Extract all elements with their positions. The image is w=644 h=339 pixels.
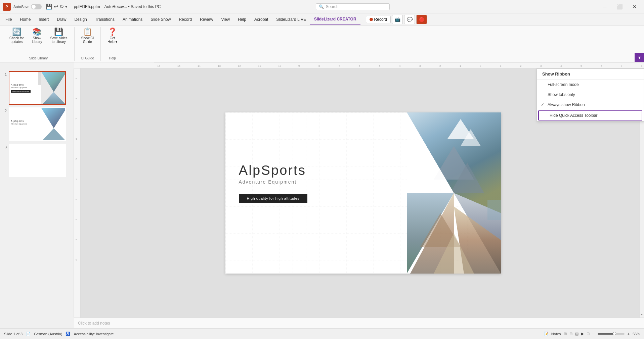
dropdown-always-show[interactable]: Always show Ribbon (537, 100, 644, 110)
get-help-button[interactable]: ❓ GetHelp ▾ (105, 27, 120, 45)
menu-view[interactable]: View (217, 13, 234, 25)
zoom-level: 56% (633, 332, 640, 336)
show-ci-guide-button[interactable]: 📋 Show CIGuide (79, 27, 97, 45)
dropdown-fullscreen[interactable]: Full-screen mode (537, 80, 644, 90)
menu-insert[interactable]: Insert (35, 13, 53, 25)
svg-text:3: 3 (540, 64, 542, 67)
svg-text:2: 2 (75, 219, 78, 220)
ci-guide-icon: 📋 (83, 28, 92, 36)
view-slide-sorter-btn[interactable]: ⊟ (569, 332, 572, 336)
svg-text:4: 4 (560, 64, 562, 67)
dropdown-tabs-only[interactable]: Show tabs only (537, 90, 644, 100)
svg-text:5: 5 (75, 158, 78, 160)
menu-review[interactable]: Review (196, 13, 217, 25)
save-slides-button[interactable]: 💾 Save slidesto Library (47, 27, 70, 45)
customize-btn[interactable]: ▾ (65, 4, 67, 9)
menu-design[interactable]: Design (70, 13, 91, 25)
menu-home[interactable]: Home (16, 13, 35, 25)
redo-button[interactable]: ↻ (59, 3, 64, 10)
ci-guide-label: Show CIGuide (81, 36, 94, 44)
status-left: Slide 1 of 3 📄 German (Austria) ♿ Access… (4, 332, 114, 336)
minimize-button[interactable]: ─ (598, 2, 612, 11)
menu-slideshow[interactable]: Slide Show (146, 13, 175, 25)
svg-text:3: 3 (419, 64, 421, 67)
ribbon-dropdown: Show Ribbon Full-screen mode Show tabs o… (536, 68, 644, 122)
zoom-slider[interactable] (598, 333, 625, 335)
slide-thumb-1[interactable]: AlpSports Adventure Equipment High quali… (9, 71, 66, 105)
svg-text:12: 12 (238, 64, 241, 67)
search-placeholder: Search (326, 4, 339, 9)
accessibility-icon: ♿ (66, 332, 70, 336)
ribbon-group-help: ❓ GetHelp ▾ Help (101, 27, 124, 61)
svg-marker-64 (487, 200, 501, 220)
menu-record[interactable]: Record (175, 13, 196, 25)
svg-text:0: 0 (75, 259, 78, 260)
svg-text:0: 0 (480, 64, 481, 67)
help-label: GetHelp ▾ (108, 36, 117, 44)
undo-button[interactable]: ↩ (54, 3, 58, 10)
svg-text:4: 4 (399, 64, 401, 67)
menu-transitions[interactable]: Transitions (91, 13, 119, 25)
svg-text:13: 13 (218, 64, 221, 67)
fit-slide-btn[interactable]: ⊡ (587, 332, 590, 336)
slide-canvas[interactable]: AlpSports Adventure Equipment High quali… (225, 112, 501, 274)
svg-text:9: 9 (75, 78, 78, 79)
save-icon[interactable]: 💾 (46, 3, 52, 10)
zoom-out-btn[interactable]: − (592, 331, 595, 337)
menu-draw[interactable]: Draw (53, 13, 70, 25)
presenter-icon-btn[interactable]: 📺 (392, 15, 403, 24)
view-slideshow-btn[interactable]: ▶ (581, 332, 584, 336)
svg-text:1: 1 (460, 64, 461, 67)
slide-tagline[interactable]: High quality for high altitudes (239, 194, 308, 203)
autosave-toggle[interactable] (31, 4, 42, 9)
show-library-label: ShowLibrary (32, 36, 42, 44)
slide-thumb-3[interactable] (9, 144, 66, 177)
menu-slidelizard-creator[interactable]: SlideLizard CREATOR (310, 13, 360, 25)
notes-area[interactable]: Click to add notes (74, 318, 644, 328)
menu-slidelizard-live[interactable]: SlideLizard LIVE (272, 13, 310, 25)
ribbon: 🔄 Check forupdates 📚 ShowLibrary 💾 Save … (0, 26, 644, 62)
ribbon-collapse-button[interactable]: ▾ (635, 53, 644, 62)
slide-text-area: AlpSports Adventure Equipment High quali… (239, 163, 308, 203)
ribbon-group-slide-library: 🔄 Check forupdates 📚 ShowLibrary 💾 Save … (3, 27, 75, 61)
notes-label[interactable]: Notes (551, 332, 561, 336)
search-box[interactable]: 🔍 Search (316, 3, 390, 10)
slide-item-2[interactable]: 2 AlpSport (1, 107, 72, 141)
slide-item-3[interactable]: 3 (1, 144, 72, 177)
help-icon: ❓ (108, 28, 117, 36)
menu-file[interactable]: File (1, 13, 16, 25)
slide-thumb-2[interactable]: AlpSports Adventure Equipment (9, 107, 66, 141)
slide-subtitle[interactable]: Adventure Equipment (239, 179, 308, 185)
dropdown-hide-toolbar[interactable]: Hide Quick Access Toolbar (538, 110, 642, 120)
zoom-in-btn[interactable]: + (627, 331, 630, 337)
check-updates-label: Check forupdates (9, 36, 24, 44)
check-updates-button[interactable]: 🔄 Check forupdates (7, 27, 27, 45)
svg-text:5: 5 (379, 64, 381, 67)
notes-icon[interactable]: 📝 (544, 332, 549, 336)
slide-title[interactable]: AlpSports (239, 163, 308, 178)
show-library-button[interactable]: 📚 ShowLibrary (29, 27, 45, 45)
svg-text:16: 16 (157, 64, 160, 67)
powerpoint-logo: P (3, 3, 11, 11)
view-normal-btn[interactable]: ⊞ (564, 332, 567, 336)
close-button[interactable]: ✕ (628, 2, 641, 11)
canvas-area: 9 8 7 6 5 4 3 2 1 0 (74, 68, 644, 318)
record-button[interactable]: Record (366, 16, 391, 23)
view-reading-btn[interactable]: ▤ (575, 332, 578, 336)
menu-animations[interactable]: Animations (119, 13, 146, 25)
menu-bar: File Home Insert Draw Design Transitions… (0, 13, 644, 26)
svg-text:11: 11 (258, 64, 261, 67)
maximize-button[interactable]: ⬜ (613, 2, 627, 11)
ruler-top: 16 15 14 13 12 11 10 9 8 7 6 5 4 3 2 1 0… (74, 62, 644, 68)
show-library-icon: 📚 (33, 28, 42, 36)
svg-marker-34 (41, 128, 65, 140)
status-right: 📝 Notes ⊞ ⊟ ▤ ▶ ⊡ − + 56% (544, 331, 640, 337)
comment-icon-btn[interactable]: 💬 (404, 15, 415, 24)
slide-icon: 📄 (26, 332, 31, 336)
menu-acrobat[interactable]: Acrobat (250, 13, 272, 25)
menu-help[interactable]: Help (234, 13, 250, 25)
help-group-label: Help (109, 56, 116, 61)
slide-item-1[interactable]: 1 (1, 71, 72, 105)
share-icon-btn[interactable]: 🔴 (416, 15, 427, 24)
window-controls: ─ ⬜ ✕ (598, 2, 641, 11)
